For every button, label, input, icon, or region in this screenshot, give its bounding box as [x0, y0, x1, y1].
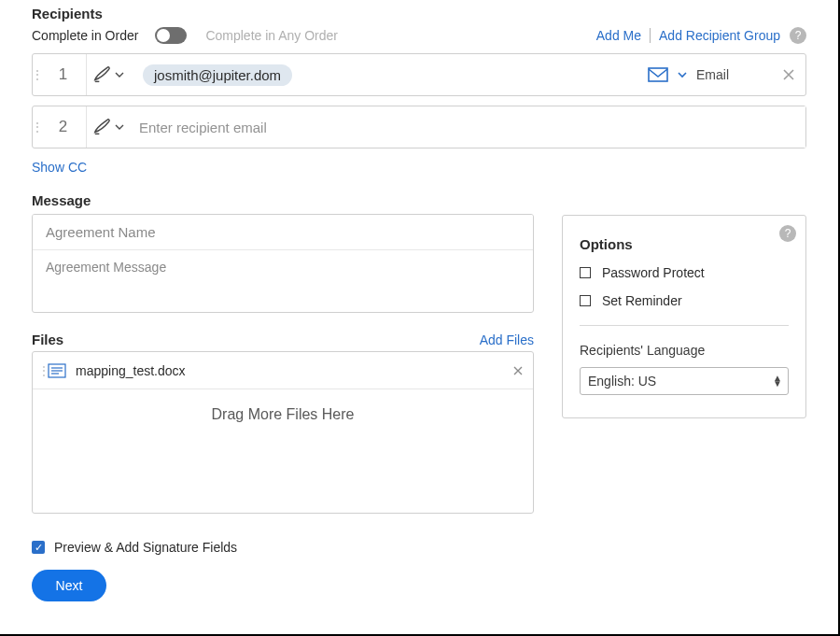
- language-select[interactable]: English: US ▲▼: [580, 367, 789, 395]
- help-icon[interactable]: ?: [790, 27, 806, 44]
- checkbox-checked-icon: ✓: [32, 541, 45, 554]
- order-toggle[interactable]: [155, 27, 187, 44]
- separator: [650, 28, 651, 43]
- order-badge: 1: [40, 54, 87, 95]
- svg-rect-0: [649, 68, 667, 81]
- pen-icon: [92, 64, 113, 85]
- delivery-method-label: Email: [696, 67, 729, 82]
- show-cc-link[interactable]: Show CC: [32, 160, 87, 175]
- files-box: ⋮ mapping_test.docx Drag More Files Here: [32, 351, 534, 514]
- recipient-row: ⋮ 1 josmith@jupiter.dom Email: [32, 53, 806, 96]
- checkbox-icon: [580, 295, 591, 306]
- select-arrows-icon: ▲▼: [773, 375, 782, 387]
- complete-any-order-label: Complete in Any Order: [205, 28, 338, 43]
- help-icon[interactable]: ?: [779, 225, 796, 242]
- file-name: mapping_test.docx: [76, 363, 512, 378]
- remove-file-button[interactable]: [512, 365, 524, 376]
- options-title: Options: [580, 236, 789, 252]
- add-recipient-group-link[interactable]: Add Recipient Group: [659, 28, 780, 43]
- checkbox-icon: [580, 267, 591, 278]
- chevron-down-icon: [678, 70, 687, 79]
- preview-checkbox-label: Preview & Add Signature Fields: [54, 540, 237, 555]
- language-value: English: US: [588, 374, 656, 389]
- chevron-down-icon: [115, 122, 124, 132]
- complete-in-order-label: Complete in Order: [32, 28, 138, 43]
- add-me-link[interactable]: Add Me: [596, 28, 641, 43]
- drag-handle-icon[interactable]: ⋮: [33, 106, 40, 148]
- file-row: ⋮ mapping_test.docx: [33, 352, 533, 389]
- role-picker[interactable]: [87, 106, 130, 148]
- close-icon: [782, 68, 795, 81]
- section-title-files: Files: [32, 332, 63, 347]
- file-dropzone[interactable]: Drag More Files Here: [33, 389, 533, 513]
- recipient-row: ⋮ 2: [32, 106, 806, 148]
- drag-handle-icon[interactable]: ⋮: [38, 364, 46, 377]
- pen-icon: [92, 117, 113, 137]
- add-files-link[interactable]: Add Files: [480, 332, 534, 347]
- password-protect-option[interactable]: Password Protect: [580, 265, 789, 280]
- email-pill[interactable]: josmith@jupiter.dom: [143, 64, 292, 86]
- next-button[interactable]: Next: [32, 570, 106, 601]
- set-reminder-label: Set Reminder: [602, 293, 682, 308]
- remove-recipient-button[interactable]: [772, 54, 805, 95]
- preview-checkbox-row[interactable]: ✓ Preview & Add Signature Fields: [32, 540, 806, 555]
- divider: [580, 325, 789, 326]
- drag-handle-icon[interactable]: ⋮: [33, 54, 40, 95]
- set-reminder-option[interactable]: Set Reminder: [580, 293, 789, 308]
- agreement-name-input[interactable]: [33, 215, 533, 250]
- agreement-message-input[interactable]: [33, 250, 533, 308]
- close-icon: [512, 365, 524, 376]
- order-badge: 2: [40, 106, 87, 148]
- delivery-method-picker[interactable]: Email: [648, 54, 772, 95]
- mail-icon: [648, 67, 668, 82]
- language-label: Recipients' Language: [580, 343, 789, 358]
- recipient-email-field[interactable]: josmith@jupiter.dom: [130, 54, 648, 95]
- document-icon: [48, 362, 66, 379]
- role-picker[interactable]: [87, 54, 130, 95]
- message-box: [32, 214, 534, 313]
- recipient-email-input[interactable]: [130, 106, 805, 148]
- section-title-message: Message: [32, 192, 534, 208]
- section-title-recipients: Recipients: [32, 6, 806, 21]
- chevron-down-icon: [115, 70, 124, 79]
- options-panel: ? Options Password Protect Set Reminder …: [562, 215, 806, 418]
- password-protect-label: Password Protect: [602, 265, 705, 280]
